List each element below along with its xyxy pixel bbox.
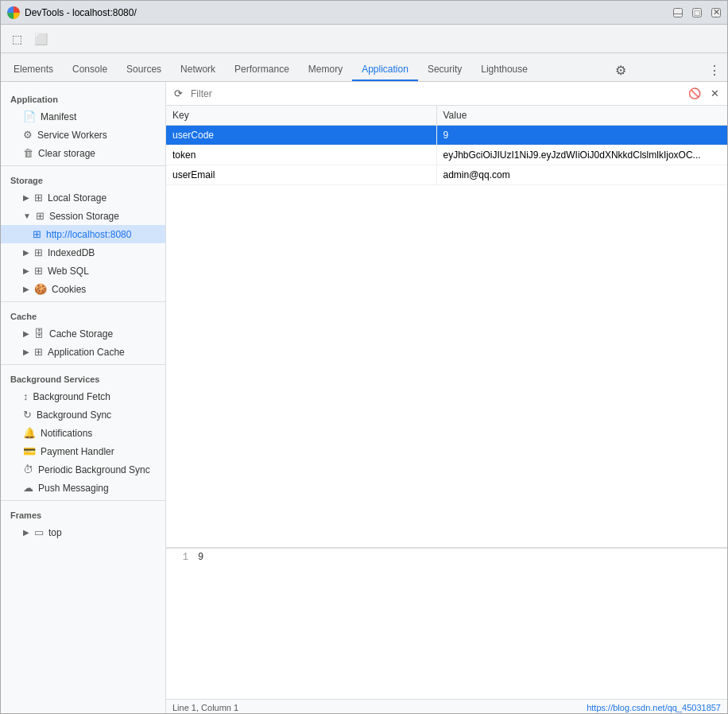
filter-input[interactable] <box>191 88 680 99</box>
col-header-key: Key <box>166 106 436 126</box>
more-options-button[interactable]: ⋮ <box>705 60 724 81</box>
manifest-icon: 📄 <box>23 111 36 122</box>
sidebar-item-app-cache[interactable]: ▶ ⊞ Application Cache <box>1 343 165 361</box>
push-messaging-icon: ☁ <box>23 482 33 494</box>
close-button[interactable]: ✕ <box>711 8 721 17</box>
table-row[interactable]: userCode9 <box>166 126 727 146</box>
bg-sync-icon: ↻ <box>23 409 32 421</box>
tab-application[interactable]: Application <box>352 59 418 81</box>
periodic-sync-icon: ⏱ <box>23 464 33 475</box>
table-header: Key Value <box>166 106 727 126</box>
sidebar-item-manifest[interactable]: 📄 Manifest <box>1 107 165 126</box>
sidebar-item-local-storage-label: Local Storage <box>48 192 106 204</box>
cache-storage-icon: 🗄 <box>34 328 45 340</box>
sidebar-item-push-messaging-label: Push Messaging <box>38 483 109 494</box>
sidebar-item-payment-handler-label: Payment Handler <box>41 446 114 457</box>
sidebar-item-manifest-label: Manifest <box>41 111 76 122</box>
sidebar-item-cache-storage[interactable]: ▶ 🗄 Cache Storage <box>1 324 165 343</box>
payment-handler-icon: 💳 <box>23 445 36 457</box>
table-body: userCode9tokeneyJhbGciOiJIUzI1NiJ9.eyJzd… <box>166 126 727 185</box>
minimize-button[interactable]: — <box>673 8 683 17</box>
storage-table: Key Value userCode9tokeneyJhbGciOiJIUzI1… <box>166 106 727 185</box>
clear-filter-button[interactable]: 🚫 <box>685 86 704 101</box>
notifications-icon: 🔔 <box>23 427 36 439</box>
frames-top-icon: ▭ <box>34 526 44 538</box>
sidebar-section-frames: Frames <box>1 504 165 523</box>
titlebar-controls: — □ ✕ <box>673 8 721 17</box>
content-area: ⟳ 🚫 ✕ Key Value userCode9tokeneyJhbGciOi… <box>166 82 727 714</box>
sidebar-item-app-cache-label: Application Cache <box>48 347 125 358</box>
sidebar-item-bg-fetch-label: Background Fetch <box>33 391 110 402</box>
sidebar-item-service-workers[interactable]: ⚙ Service Workers <box>1 126 165 144</box>
sidebar-item-session-storage[interactable]: ▼ ⊞ Session Storage <box>1 207 165 225</box>
sidebar-item-push-messaging[interactable]: ☁ Push Messaging <box>1 479 165 497</box>
cell-value: admin@qq.com <box>436 165 727 185</box>
device-toggle-icon[interactable]: ⬜ <box>29 28 52 50</box>
sidebar-item-clear-storage-label: Clear storage <box>38 148 95 159</box>
clear-storage-icon: 🗑 <box>23 147 33 159</box>
sidebar-item-service-workers-label: Service Workers <box>37 130 107 141</box>
expand-icon-websql: ▶ <box>23 266 29 275</box>
sidebar-item-notifications-label: Notifications <box>41 428 92 439</box>
refresh-button[interactable]: ⟳ <box>171 86 186 101</box>
service-workers-icon: ⚙ <box>23 129 33 141</box>
cell-value: eyJhbGciOiJIUzI1NiJ9.eyJzdWIiOiJ0dXNkkdC… <box>436 146 727 165</box>
cell-key: userEmail <box>166 165 436 185</box>
cell-value: 9 <box>436 126 727 146</box>
tab-performance[interactable]: Performance <box>225 59 299 81</box>
table-row[interactable]: tokeneyJhbGciOiJIUzI1NiJ9.eyJzdWIiOiJ0dX… <box>166 146 727 165</box>
sidebar-item-notifications[interactable]: 🔔 Notifications <box>1 424 165 442</box>
localhost-icon: ⊞ <box>33 228 41 240</box>
sidebar-item-bg-sync[interactable]: ↻ Background Sync <box>1 406 165 424</box>
storage-table-container: Key Value userCode9tokeneyJhbGciOiJIUzI1… <box>166 106 727 548</box>
local-storage-icon: ⊞ <box>34 192 43 204</box>
sidebar-item-indexed-db[interactable]: ▶ ⊞ IndexedDB <box>1 243 165 262</box>
tab-lighthouse[interactable]: Lighthouse <box>471 59 537 81</box>
sidebar-item-payment-handler[interactable]: 💳 Payment Handler <box>1 442 165 460</box>
titlebar-title: DevTools - localhost:8080/ <box>25 7 137 18</box>
dock-icon[interactable]: ⬚ <box>6 28 28 50</box>
cookies-icon: 🍪 <box>34 283 47 295</box>
expand-icon-local: ▶ <box>23 193 29 202</box>
sidebar-item-localhost[interactable]: ⊞ http://localhost:8080 <box>1 225 165 243</box>
sidebar-item-web-sql[interactable]: ▶ ⊞ Web SQL <box>1 262 165 280</box>
maximize-button[interactable]: □ <box>692 8 702 17</box>
tab-memory[interactable]: Memory <box>299 59 352 81</box>
line-number: 1 <box>172 552 188 696</box>
settings-button[interactable]: ⚙ <box>609 60 633 81</box>
main-layout: Application 📄 Manifest ⚙ Service Workers… <box>1 82 727 714</box>
sidebar-item-local-storage[interactable]: ▶ ⊞ Local Storage <box>1 188 165 207</box>
expand-icon-appcache: ▶ <box>23 347 29 356</box>
sidebar-item-web-sql-label: Web SQL <box>48 266 89 277</box>
sidebar-item-session-storage-label: Session Storage <box>49 211 119 222</box>
tab-security[interactable]: Security <box>418 59 471 81</box>
expand-icon-cache: ▶ <box>23 329 29 338</box>
tab-console[interactable]: Console <box>63 59 117 81</box>
web-sql-icon: ⊞ <box>34 265 43 277</box>
sidebar-section-storage: Storage <box>1 169 165 188</box>
filter-icons: 🚫 ✕ <box>685 86 722 101</box>
toolbar: ⬚ ⬜ <box>1 25 727 53</box>
bottom-value: 9 <box>198 552 203 696</box>
tab-network[interactable]: Network <box>171 59 225 81</box>
sidebar-item-clear-storage[interactable]: 🗑 Clear storage <box>1 144 165 162</box>
close-filter-button[interactable]: ✕ <box>707 86 722 101</box>
expand-icon-session: ▼ <box>23 211 31 220</box>
sidebar-item-bg-fetch[interactable]: ↕ Background Fetch <box>1 387 165 406</box>
bg-fetch-icon: ↕ <box>23 390 29 402</box>
expand-icon-frames: ▶ <box>23 528 29 537</box>
sidebar: Application 📄 Manifest ⚙ Service Workers… <box>1 82 166 714</box>
sidebar-item-periodic-sync[interactable]: ⏱ Periodic Background Sync <box>1 460 165 479</box>
sidebar-item-frames-top[interactable]: ▶ ▭ top <box>1 523 165 541</box>
tab-sources[interactable]: Sources <box>117 59 171 81</box>
sidebar-item-cookies-label: Cookies <box>52 284 86 295</box>
session-storage-icon: ⊞ <box>36 210 45 222</box>
tab-elements[interactable]: Elements <box>4 59 63 81</box>
cursor-position: Line 1, Column 1 <box>172 703 238 712</box>
sidebar-item-cookies[interactable]: ▶ 🍪 Cookies <box>1 280 165 298</box>
table-row[interactable]: userEmailadmin@qq.com <box>166 165 727 185</box>
expand-icon-cookies: ▶ <box>23 285 29 293</box>
titlebar-left: DevTools - localhost:8080/ <box>7 6 137 19</box>
titlebar: DevTools - localhost:8080/ — □ ✕ <box>1 1 727 25</box>
cell-key: userCode <box>166 126 436 146</box>
